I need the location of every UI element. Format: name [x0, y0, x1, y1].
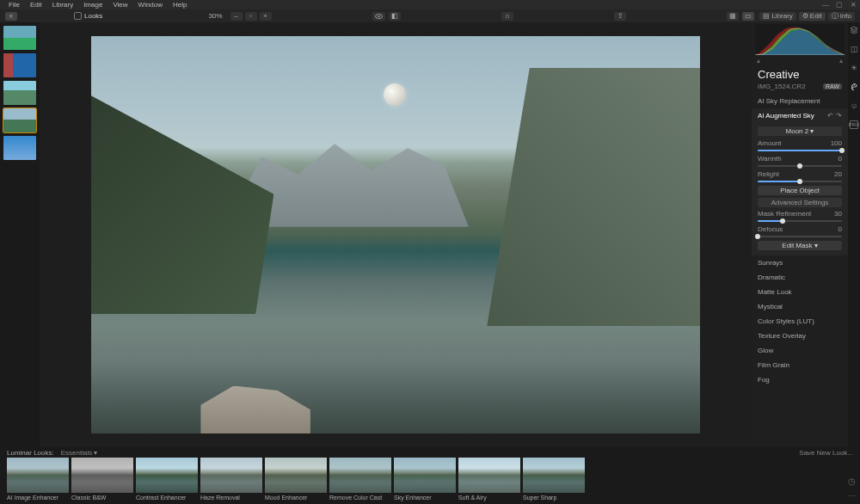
looks-header: Luminar Looks: Essentials ▾ Save New Loo…	[0, 447, 860, 458]
defocus-value: 0	[838, 225, 842, 233]
histogram[interactable]	[755, 24, 845, 55]
look-item[interactable]: Contrast Enhancer	[136, 458, 198, 502]
more-icon[interactable]: ⋯	[848, 491, 857, 501]
menu-library[interactable]: Library	[47, 1, 78, 9]
tool-fog[interactable]: Fog	[752, 372, 848, 387]
tool-augmented-sky[interactable]: AI Augmented Sky ↶ ↷	[752, 108, 848, 123]
amount-slider[interactable]	[758, 150, 842, 151]
look-item[interactable]: AI Image Enhancer	[7, 458, 69, 502]
look-item[interactable]: Remove Color Cast	[329, 458, 391, 502]
menu-window[interactable]: Window	[133, 1, 168, 9]
panel-category-strip: ◫ ☀ ☺ PRO	[848, 22, 860, 447]
look-item[interactable]: Sky Enhancer	[394, 458, 456, 502]
menu-view[interactable]: View	[108, 1, 132, 9]
tool-matte-look[interactable]: Matte Look	[752, 285, 848, 299]
layers-icon[interactable]	[850, 26, 858, 34]
place-object-button[interactable]: Place Object	[758, 186, 842, 195]
zoom-out-button[interactable]: –	[230, 12, 243, 21]
thumbnail[interactable]	[3, 26, 36, 50]
edit-mask-button[interactable]: Edit Mask ▾	[758, 241, 842, 250]
relight-slider[interactable]	[758, 181, 842, 182]
history-icon[interactable]: ◷	[848, 476, 857, 486]
look-item[interactable]: Soft & Airy	[458, 458, 520, 502]
shadow-clip-toggle[interactable]: ▴	[757, 57, 760, 64]
zoom-center-button[interactable]: ▫	[245, 12, 257, 21]
tool-dramatic[interactable]: Dramatic	[752, 270, 848, 285]
library-tab[interactable]: ▤Library	[759, 12, 796, 21]
tool-glow[interactable]: Glow	[752, 343, 848, 358]
moon-object[interactable]	[384, 83, 406, 106]
tool-color-styles[interactable]: Color Styles (LUT)	[752, 314, 848, 329]
close-button[interactable]: ✕	[850, 1, 857, 9]
look-item[interactable]: Classic B&W	[71, 458, 133, 502]
menu-file[interactable]: File	[3, 1, 25, 9]
svg-point-1	[378, 15, 379, 17]
looks-icon	[74, 12, 82, 20]
maximize-button[interactable]: ▢	[836, 1, 843, 9]
menu-edit[interactable]: Edit	[25, 1, 47, 9]
looks-label: Luminar Looks:	[7, 449, 54, 457]
portrait-icon[interactable]: ☺	[850, 101, 858, 110]
canvas-viewport[interactable]	[40, 22, 752, 447]
mountain-graphic	[487, 68, 700, 326]
menu-image[interactable]: Image	[78, 1, 108, 9]
relight-label: Relight	[758, 170, 779, 178]
thumbnail[interactable]	[3, 81, 36, 105]
look-item[interactable]: Haze Removal	[200, 458, 262, 502]
save-look-button[interactable]: Save New Look...	[799, 449, 853, 457]
advanced-settings-button[interactable]: Advanced Settings	[758, 198, 842, 207]
mask-refinement-label: Mask Refinement	[758, 210, 811, 218]
pro-icon[interactable]: PRO	[850, 120, 858, 129]
histogram-toggles: ▴ ▴	[752, 57, 848, 64]
thumbnail[interactable]	[3, 136, 36, 160]
compare-eye-button[interactable]	[372, 12, 385, 21]
essentials-icon[interactable]: ☀	[850, 64, 858, 72]
raw-badge: RAW	[823, 83, 842, 89]
amount-value: 100	[831, 139, 842, 147]
window-controls: — ▢ ✕	[822, 1, 857, 9]
compare-split-button[interactable]: ◧	[389, 12, 401, 21]
zoom-value[interactable]: 30%	[204, 12, 228, 20]
svg-point-4	[856, 85, 857, 86]
view-single-button[interactable]: ▭	[742, 12, 754, 21]
tool-sky-replacement[interactable]: AI Sky Replacement	[752, 94, 848, 108]
amount-label: Amount	[758, 139, 782, 147]
svg-point-2	[852, 84, 853, 85]
defocus-slider[interactable]	[758, 236, 842, 237]
mask-refinement-slider[interactable]	[758, 220, 842, 222]
looks-toggle[interactable]: Looks	[84, 12, 102, 20]
edit-tab[interactable]: ⚙Edit	[799, 12, 826, 21]
highlight-clip-toggle[interactable]: ▴	[839, 57, 843, 64]
add-button[interactable]: +	[5, 12, 17, 21]
creative-icon[interactable]	[850, 83, 858, 91]
thumbnail-selected[interactable]	[3, 108, 36, 132]
svg-point-3	[854, 84, 855, 85]
filmstrip	[0, 22, 40, 447]
look-item[interactable]: Super Sharp	[523, 458, 585, 502]
zoom-in-button[interactable]: +	[260, 12, 272, 21]
panel-filename-row: IMG_1524.CR2 RAW	[752, 83, 848, 94]
warmth-slider[interactable]	[758, 165, 842, 167]
thumbnail[interactable]	[3, 53, 36, 77]
tool-film-grain[interactable]: Film Grain	[752, 358, 848, 372]
info-tab[interactable]: ⓘInfo	[828, 12, 855, 21]
redo-button[interactable]: ↷	[836, 112, 842, 120]
object-select[interactable]: Moon 2 ▾	[758, 126, 842, 136]
tool-texture-overlay[interactable]: Texture Overlay	[752, 329, 848, 343]
tool-sunrays[interactable]: Sunrays	[752, 255, 848, 270]
rock-graphic	[200, 386, 310, 433]
menu-help[interactable]: Help	[168, 1, 192, 9]
looks-category[interactable]: Essentials ▾	[61, 449, 98, 457]
view-grid-button[interactable]: ▦	[727, 12, 739, 21]
canvas-icon[interactable]: ◫	[850, 45, 858, 53]
export-button[interactable]: ⇪	[614, 12, 626, 21]
augmented-sky-content: Moon 2 ▾ Amount100 Warmth0 Relight20 Pla…	[752, 123, 848, 255]
minimize-button[interactable]: —	[822, 1, 829, 9]
crop-button[interactable]: ⌂	[501, 12, 513, 21]
look-item[interactable]: Mood Enhancer	[265, 458, 327, 502]
mask-refinement-value: 30	[834, 210, 842, 218]
titlebar: File Edit Library Image View Window Help…	[0, 0, 860, 9]
tool-mystical[interactable]: Mystical	[752, 299, 848, 314]
undo-button[interactable]: ↶	[827, 112, 833, 120]
menu-bar: File Edit Library Image View Window Help	[3, 1, 822, 9]
